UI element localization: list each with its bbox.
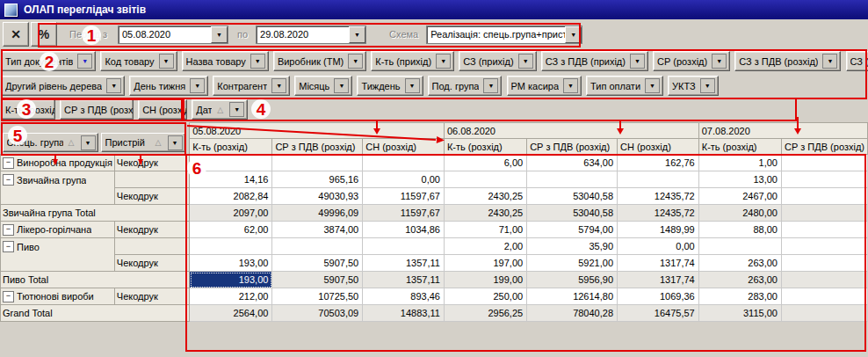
cell[interactable]: 5956,90	[527, 272, 618, 288]
cell[interactable]: 199,00	[444, 272, 526, 288]
dropdown-icon[interactable]	[436, 54, 451, 69]
cell[interactable]: 5907,50	[272, 272, 363, 288]
cell[interactable]	[272, 155, 363, 171]
cell[interactable]: 49030,93	[272, 188, 363, 205]
dropdown-icon[interactable]	[712, 54, 727, 69]
row-field-device[interactable]: Пристрій △	[101, 133, 185, 152]
field-sz-pdv-out[interactable]: СЗ з ПДВ (розхід)	[734, 51, 841, 71]
device-label[interactable]: Чекодрук	[114, 288, 189, 305]
dropdown-icon[interactable]	[483, 78, 498, 93]
cell[interactable]: 16475,57	[618, 305, 699, 322]
field-sr-out[interactable]: СР (розхід)	[653, 51, 730, 71]
cell[interactable]: 53040,58	[527, 205, 618, 222]
cell[interactable]: 70503,09	[272, 305, 363, 322]
measure-header[interactable]: К-ть (розхід)	[190, 139, 272, 155]
measure-header[interactable]: СН (розхід)	[618, 139, 699, 155]
cell[interactable]: 35,90	[527, 238, 618, 255]
dropdown-icon[interactable]	[159, 54, 174, 69]
selected-cell[interactable]: 193,00	[190, 272, 272, 288]
cell[interactable]: 1,00	[698, 155, 781, 171]
cell[interactable]: 193,00	[190, 255, 272, 272]
field-qty-in[interactable]: К-ть (прихід)	[371, 51, 454, 71]
cell[interactable]: 3874,00	[272, 222, 363, 238]
date-to-combo[interactable]: 29.08.2020	[256, 26, 366, 44]
dropdown-icon[interactable]	[518, 54, 533, 69]
cell[interactable]: 893,46	[363, 288, 445, 305]
cell[interactable]	[781, 272, 867, 288]
field-sz-pdv-in[interactable]: СЗ з ПДВ (прихід)	[541, 51, 648, 71]
cell[interactable]: 11597,67	[363, 188, 445, 205]
cell[interactable]: 1317,74	[618, 272, 699, 288]
cell[interactable]	[363, 238, 445, 255]
cell[interactable]: 14883,11	[363, 305, 445, 322]
dropdown-icon[interactable]	[271, 78, 286, 93]
cell[interactable]	[781, 305, 867, 322]
device-label[interactable]: Чекодрук	[114, 155, 189, 171]
dropdown-icon[interactable]	[77, 54, 92, 69]
collapse-icon[interactable]	[3, 224, 14, 236]
collapse-icon[interactable]	[3, 174, 14, 186]
cell[interactable]: 2430,25	[444, 205, 526, 222]
cell[interactable]: 965,16	[272, 171, 363, 188]
cell[interactable]: 2956,25	[444, 305, 526, 322]
cell[interactable]: 71,00	[444, 222, 526, 238]
field-product-code[interactable]: Код товару	[100, 51, 177, 71]
dropdown-icon[interactable]	[700, 78, 715, 93]
field-payment-type[interactable]: Тип оплати	[586, 76, 663, 96]
cell[interactable]	[190, 155, 272, 171]
dropdown-icon[interactable]	[229, 102, 244, 117]
dropdown-icon[interactable]	[250, 54, 265, 69]
date-header[interactable]: 06.08.2020	[444, 123, 698, 139]
cell[interactable]: 14,16	[190, 171, 272, 188]
field-second-tree-level[interactable]: Другий рівень дерева	[1, 76, 125, 96]
cell[interactable]	[190, 238, 272, 255]
cell[interactable]: 263,00	[698, 272, 781, 288]
field-counterparty[interactable]: Контрагент	[213, 76, 290, 96]
cell[interactable]: 3115,00	[698, 305, 781, 322]
cell[interactable]	[363, 155, 445, 171]
cell[interactable]: 53040,58	[527, 188, 618, 205]
cell[interactable]	[781, 171, 867, 188]
dropdown-icon[interactable]	[405, 78, 420, 93]
field-weekday[interactable]: День тижня	[129, 76, 208, 96]
cell[interactable]: 2430,25	[444, 188, 526, 205]
cell[interactable]: 49996,09	[272, 205, 363, 222]
date-header[interactable]: 07.08.2020	[698, 123, 867, 139]
cell[interactable]: 2564,00	[190, 305, 272, 322]
dropdown-icon[interactable]	[630, 54, 645, 69]
dropdown-icon[interactable]	[822, 54, 837, 69]
cell[interactable]: 1489,99	[618, 222, 699, 238]
cell[interactable]	[781, 238, 867, 255]
cell[interactable]: 212,00	[190, 288, 272, 305]
cell[interactable]: 5794,00	[527, 222, 618, 238]
cell[interactable]: 12435,72	[618, 188, 699, 205]
cell[interactable]: 13,00	[698, 171, 781, 188]
date-from-combo[interactable]: 05.08.2020	[118, 26, 228, 44]
cell[interactable]: 634,00	[527, 155, 618, 171]
field-cashier-station[interactable]: РМ касира	[507, 76, 582, 96]
collapse-icon[interactable]	[3, 157, 14, 169]
total-label[interactable]: Пиво Total	[1, 272, 190, 288]
field-manufacturer[interactable]: Виробник (ТМ)	[273, 51, 366, 71]
dropdown-icon[interactable]	[168, 135, 183, 150]
field-product-name[interactable]: Назва товару	[182, 51, 269, 71]
dropdown-icon[interactable]	[334, 78, 349, 93]
cell[interactable]: 263,00	[698, 255, 781, 272]
field-doc-type[interactable]: Тип документів	[1, 51, 96, 71]
cell[interactable]: 1357,11	[363, 255, 445, 272]
cell[interactable]: 12614,80	[527, 288, 618, 305]
cell[interactable]: 10725,50	[272, 288, 363, 305]
measure-header[interactable]: СР з ПДВ (розхід)	[527, 139, 618, 155]
cell[interactable]: 1357,11	[363, 272, 445, 288]
cell[interactable]: 11597,67	[363, 205, 445, 222]
device-label[interactable]: Чекодрук	[114, 188, 189, 205]
cell[interactable]: 1069,36	[618, 288, 699, 305]
measure-header[interactable]: СР з ПДВ (розхід)	[781, 139, 867, 155]
cell[interactable]	[781, 205, 867, 222]
cell[interactable]	[781, 255, 867, 272]
cell[interactable]: 283,00	[698, 288, 781, 305]
percent-button[interactable]: %	[31, 22, 57, 47]
dropdown-icon[interactable]	[190, 78, 205, 93]
cell[interactable]: 250,00	[444, 288, 526, 305]
cell[interactable]: 197,00	[444, 255, 526, 272]
